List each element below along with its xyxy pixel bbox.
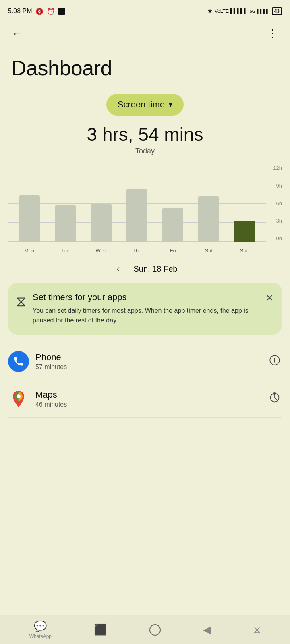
maps-app-info: Maps 46 minutes bbox=[35, 390, 246, 408]
square-nav-icon: ⬛ bbox=[94, 623, 107, 636]
chevron-down-icon: ▾ bbox=[169, 100, 172, 109]
y-label-3h: 3h bbox=[276, 218, 282, 224]
status-bar: 5:08 PM 🔇 ⏰ ✱ VoLTE ▌▌▌▌▌ 5G ▌▌▌▌ 43 bbox=[0, 0, 290, 21]
status-right: ✱ VoLTE ▌▌▌▌▌ 5G ▌▌▌▌ 43 bbox=[208, 7, 282, 15]
bar-wed bbox=[91, 204, 112, 242]
chart-bar-tue bbox=[48, 165, 82, 242]
bluetooth-icon: ✱ bbox=[208, 8, 212, 14]
chart-bar-sun bbox=[228, 165, 262, 242]
timer-card-content: Set timers for your apps You can set dai… bbox=[33, 292, 259, 325]
alarm-icon: ⏰ bbox=[47, 8, 55, 15]
chart-bar-wed bbox=[84, 165, 118, 242]
back-nav-icon: ◀ bbox=[203, 623, 211, 636]
svg-point-3 bbox=[17, 394, 21, 398]
bottom-nav-square[interactable]: ⬛ bbox=[94, 623, 107, 636]
y-label-6h: 6h bbox=[276, 200, 282, 206]
maps-app-time: 46 minutes bbox=[35, 401, 246, 408]
whatsapp-label: WhatsApp bbox=[29, 634, 52, 639]
status-left: 5:08 PM 🔇 ⏰ bbox=[8, 8, 65, 15]
bottom-nav-timer[interactable]: ⧖ bbox=[253, 623, 261, 636]
y-label-0h: 0h bbox=[276, 235, 282, 242]
day-label-sat: Sat bbox=[192, 248, 226, 254]
chart-bars bbox=[8, 165, 266, 242]
whatsapp-icon: 💬 bbox=[34, 620, 47, 633]
bottom-nav: 💬 WhatsApp ⬛ ◀ ⧖ bbox=[0, 615, 290, 644]
bar-sat bbox=[198, 196, 219, 242]
day-label: Today bbox=[0, 147, 290, 155]
bar-thu bbox=[126, 189, 147, 242]
day-label-mon: Mon bbox=[12, 248, 46, 254]
date-prev-button[interactable]: ‹ bbox=[113, 262, 124, 276]
bottom-nav-home[interactable] bbox=[149, 624, 161, 636]
timer-card-description: You can set daily timers for most apps. … bbox=[33, 306, 259, 325]
signal-icon-2: 5G ▌▌▌▌ bbox=[250, 9, 269, 14]
bottom-nav-whatsapp[interactable]: 💬 WhatsApp bbox=[29, 620, 52, 639]
screen-time-label: Screen time bbox=[118, 99, 165, 110]
bar-sun bbox=[234, 221, 255, 242]
more-options-button[interactable]: ⋮ bbox=[265, 25, 280, 42]
battery-indicator: 43 bbox=[272, 7, 282, 15]
y-label-12h: 12h bbox=[273, 165, 282, 171]
phone-app-name: Phone bbox=[35, 352, 246, 363]
chart-bar-thu bbox=[120, 165, 154, 242]
home-circle-icon bbox=[149, 624, 161, 636]
timer-card-title: Set timers for your apps bbox=[33, 292, 259, 303]
screen-time-dropdown[interactable]: Screen time ▾ bbox=[106, 94, 184, 116]
screen-time-container: Screen time ▾ bbox=[0, 94, 290, 116]
square-icon bbox=[58, 8, 65, 15]
app-list: Phone 57 minutes Maps 46 minutes bbox=[8, 343, 282, 418]
day-label-fri: Fri bbox=[156, 248, 190, 254]
signal-icon-1: VoLTE ▌▌▌▌▌ bbox=[215, 8, 247, 14]
bar-mon bbox=[19, 195, 40, 242]
date-nav: ‹ Sun, 18 Feb bbox=[0, 262, 290, 276]
chart-bar-mon bbox=[12, 165, 46, 242]
maps-app-icon bbox=[8, 388, 29, 409]
phone-app-time: 57 minutes bbox=[35, 363, 246, 371]
day-label-wed: Wed bbox=[84, 248, 118, 254]
chart-bar-fri bbox=[156, 165, 190, 242]
maps-app-name: Maps bbox=[35, 390, 246, 400]
hourglass-icon: ⧖ bbox=[16, 293, 26, 310]
chart-y-labels: 12h 9h 6h 3h 0h bbox=[273, 165, 282, 242]
y-label-9h: 9h bbox=[276, 183, 282, 189]
phone-app-divider bbox=[257, 352, 257, 371]
chart-bar-sat bbox=[192, 165, 226, 242]
page-title: Dashboard bbox=[0, 46, 290, 84]
maps-app-divider bbox=[257, 389, 257, 409]
day-label-tue: Tue bbox=[48, 248, 82, 254]
status-time: 5:08 PM bbox=[8, 8, 32, 15]
top-nav: ← ⋮ bbox=[0, 21, 290, 46]
timer-card: ⧖ Set timers for your apps You can set d… bbox=[8, 283, 282, 335]
total-time: 3 hrs, 54 mins bbox=[0, 124, 290, 145]
mute-icon: 🔇 bbox=[35, 8, 44, 15]
phone-info-button[interactable] bbox=[267, 353, 282, 370]
bottom-nav-back[interactable]: ◀ bbox=[203, 623, 211, 636]
maps-timer-button[interactable] bbox=[267, 390, 282, 408]
day-label-thu: Thu bbox=[120, 248, 154, 254]
timer-nav-icon: ⧖ bbox=[253, 623, 261, 636]
app-item-phone: Phone 57 minutes bbox=[8, 343, 282, 380]
date-label: Sun, 18 Feb bbox=[134, 264, 178, 274]
app-item-maps: Maps 46 minutes bbox=[8, 380, 282, 418]
bar-tue bbox=[55, 205, 76, 242]
bar-fri bbox=[162, 208, 183, 242]
day-label-sun: Sun bbox=[228, 248, 262, 254]
chart-x-labels: MonTueWedThuFriSatSun bbox=[8, 248, 266, 254]
time-display: 3 hrs, 54 mins Today bbox=[0, 124, 290, 155]
back-button[interactable]: ← bbox=[10, 25, 25, 42]
phone-app-icon bbox=[8, 351, 29, 372]
timer-card-close-button[interactable]: ✕ bbox=[265, 292, 274, 304]
phone-app-info: Phone 57 minutes bbox=[35, 352, 246, 371]
weekly-chart: 12h 9h 6h 3h 0h MonTueWedThuFriSatSun bbox=[8, 165, 282, 254]
